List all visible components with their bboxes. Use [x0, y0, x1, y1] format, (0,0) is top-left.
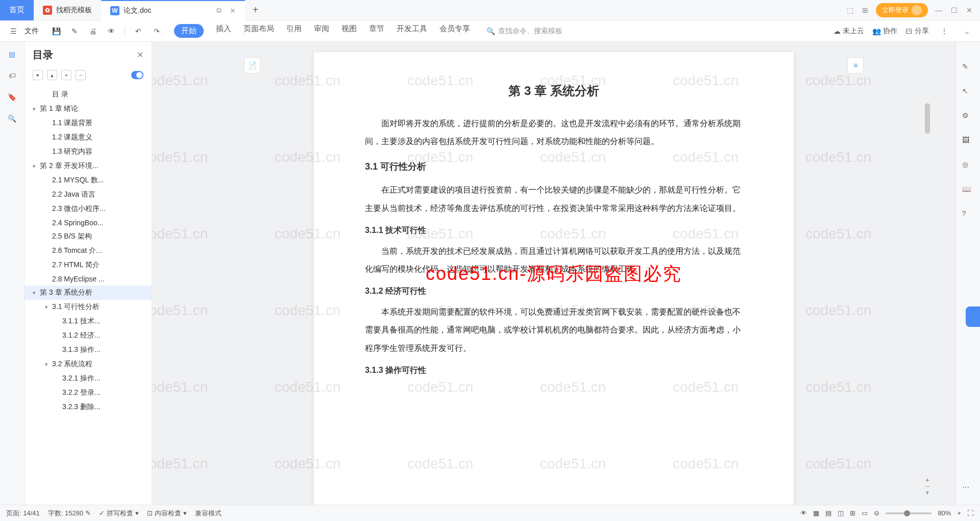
outline-item[interactable]: 2.2 Java 语言 [24, 187, 152, 202]
outline-item[interactable]: 2.3 微信小程序... [24, 202, 152, 216]
zoom-slider[interactable] [886, 512, 932, 514]
page-indicator[interactable]: 页面: 14/41 [6, 509, 40, 518]
help-icon[interactable]: ? [962, 209, 974, 222]
outline-item[interactable]: 目 录 [24, 87, 152, 102]
document-area[interactable]: code51.cncode51.cncode51.cncode51.cncode… [152, 42, 955, 521]
preview-icon[interactable]: 👁 [104, 24, 118, 38]
tag-icon[interactable]: 🏷 [6, 69, 18, 82]
expand-all-icon[interactable]: ▴ [47, 70, 57, 80]
outline-item[interactable]: 2.4 SpringBoo... [24, 216, 152, 229]
close-window-icon[interactable]: ✕ [965, 6, 974, 15]
view-mode-2-icon[interactable]: ▤ [825, 509, 831, 517]
remove-heading-icon[interactable]: − [76, 70, 86, 80]
zoom-in-icon[interactable]: + [957, 509, 961, 517]
maximize-icon[interactable]: ☐ [949, 6, 959, 15]
outline-item[interactable]: 1.2 课题意义 [24, 130, 152, 145]
outline-item[interactable]: 3.2.3 删除... [24, 400, 152, 414]
outline-item[interactable]: 2.5 B/S 架构 [24, 229, 152, 244]
scroll-down-icon[interactable]: ▼ [925, 490, 930, 495]
cursor-icon[interactable]: ↖ [962, 87, 974, 99]
format-tool-icon[interactable]: ≡ [847, 57, 864, 74]
menu-layout[interactable]: 页面布局 [243, 24, 274, 38]
menu-view[interactable]: 视图 [341, 24, 357, 38]
file-menu[interactable]: 文件 [24, 27, 39, 36]
view-mode-3-icon[interactable]: ◫ [838, 509, 844, 517]
collab-button[interactable]: 👥协作 [872, 27, 897, 36]
tab-home[interactable]: 首页 [0, 0, 34, 20]
outline-close-icon[interactable]: ✕ [137, 50, 143, 60]
view-mode-5-icon[interactable]: ▭ [862, 509, 868, 517]
command-search[interactable]: 🔍 查找命令、搜索模板 [486, 27, 562, 36]
image-icon[interactable]: 🖼 [962, 136, 974, 148]
layout-icon[interactable]: ⬚ [845, 6, 854, 15]
outline-item[interactable]: 1.1 课题背景 [24, 116, 152, 130]
tab-document[interactable]: W 论文.doc ⧉ ✕ [101, 0, 245, 20]
redo-icon[interactable]: ↷ [150, 24, 164, 38]
saveas-icon[interactable]: ✎ [67, 24, 82, 38]
word-count[interactable]: 字数: 15280 ✎ [48, 509, 91, 518]
outline-item[interactable]: 1.3 研究内容 [24, 145, 152, 159]
menu-dev[interactable]: 开发工具 [397, 24, 427, 38]
more-icon[interactable]: ⋮ [937, 24, 951, 38]
fullscreen-icon[interactable]: ⛶ [967, 509, 974, 517]
outline-item[interactable]: 3.2.2 登录... [24, 386, 152, 400]
tab-add[interactable]: + [245, 4, 265, 16]
bookmark-icon[interactable]: 🔖 [6, 91, 18, 103]
menu-insert[interactable]: 插入 [216, 24, 231, 38]
spell-check[interactable]: ✓拼写检查 ▾ [99, 509, 139, 518]
outline-item[interactable]: 3.1.3 操作... [24, 343, 152, 357]
menu-section[interactable]: 章节 [369, 24, 384, 38]
outline-item[interactable]: ▾第 2 章 开发环境... [24, 159, 152, 173]
undo-icon[interactable]: ↶ [131, 24, 145, 38]
menu-start[interactable]: 开始 [174, 24, 204, 38]
cloud-status[interactable]: ☁未上云 [834, 27, 864, 36]
tab-close-icon[interactable]: ✕ [230, 7, 236, 15]
print-icon[interactable]: 🖨 [86, 24, 100, 38]
outline-item[interactable]: ▾第 1 章 绪论 [24, 102, 152, 116]
menu-vip[interactable]: 会员专享 [439, 24, 470, 38]
outline-item[interactable]: 2.6 Tomcat 介... [24, 244, 152, 258]
outline-item[interactable]: 3.2.1 操作... [24, 371, 152, 386]
login-button[interactable]: 立即登录 [876, 3, 928, 17]
compat-mode[interactable]: 兼容模式 [195, 509, 222, 518]
outline-item[interactable]: ▾3.2 系统流程 [24, 357, 152, 371]
save-icon[interactable]: 💾 [49, 24, 63, 38]
find-icon[interactable]: 🔍 [6, 112, 18, 125]
read-icon[interactable]: 📖 [962, 185, 974, 197]
page-tool-icon[interactable]: 📄 [244, 57, 260, 74]
more-tools-icon[interactable]: ⋯ [962, 483, 974, 495]
settings-icon[interactable]: ⚙ [962, 111, 974, 124]
scroll-up-icon[interactable]: ▲ [925, 477, 930, 482]
zoom-out-icon[interactable]: ⊖ [874, 509, 879, 517]
view-mode-1-icon[interactable]: ▦ [813, 509, 819, 517]
tab-restore-icon[interactable]: ⧉ [216, 6, 222, 15]
outline-item[interactable]: 3.1.1 技术... [24, 314, 152, 328]
pen-icon[interactable]: ✎ [962, 62, 974, 75]
tab-template[interactable]: ✿ 找稻壳模板 [34, 0, 101, 20]
outline-item[interactable]: 2.8 MyEclipse ... [24, 272, 152, 286]
scrollbar-thumb[interactable] [925, 103, 930, 134]
menu-ref[interactable]: 引用 [286, 24, 302, 38]
apps-icon[interactable]: ⊞ [861, 6, 870, 15]
outline-item[interactable]: ▾第 3 章 系统分析 [24, 286, 152, 300]
collapse-all-icon[interactable]: ▾ [33, 70, 43, 80]
outline-toggle[interactable] [131, 71, 143, 79]
outline-icon[interactable]: ▤ [6, 48, 18, 60]
collapse-icon[interactable]: ⌵ [960, 24, 974, 38]
add-heading-icon[interactable]: + [61, 70, 71, 80]
share-button[interactable]: ⮹分享 [905, 27, 929, 36]
zoom-level[interactable]: 80% [938, 509, 951, 517]
scroll-mark-icon[interactable]: — [925, 483, 930, 489]
outline-item[interactable]: 2.1 MYSQL 数... [24, 173, 152, 187]
view-mode-4-icon[interactable]: ⊞ [850, 509, 855, 517]
outline-item[interactable]: ▾3.1 可行性分析 [24, 300, 152, 314]
eye-icon[interactable]: 👁 [800, 509, 807, 517]
menu-icon[interactable]: ☰ [6, 24, 20, 38]
outline-item[interactable]: 2.7 HTML 简介 [24, 258, 152, 272]
minimize-icon[interactable]: — [934, 6, 943, 15]
menu-review[interactable]: 审阅 [314, 24, 329, 38]
outline-item[interactable]: 3.1.2 经济... [24, 328, 152, 343]
content-check[interactable]: ⊡内容检查 ▾ [147, 509, 187, 518]
side-panel-tab[interactable] [966, 306, 980, 327]
target-icon[interactable]: ◎ [962, 160, 974, 173]
